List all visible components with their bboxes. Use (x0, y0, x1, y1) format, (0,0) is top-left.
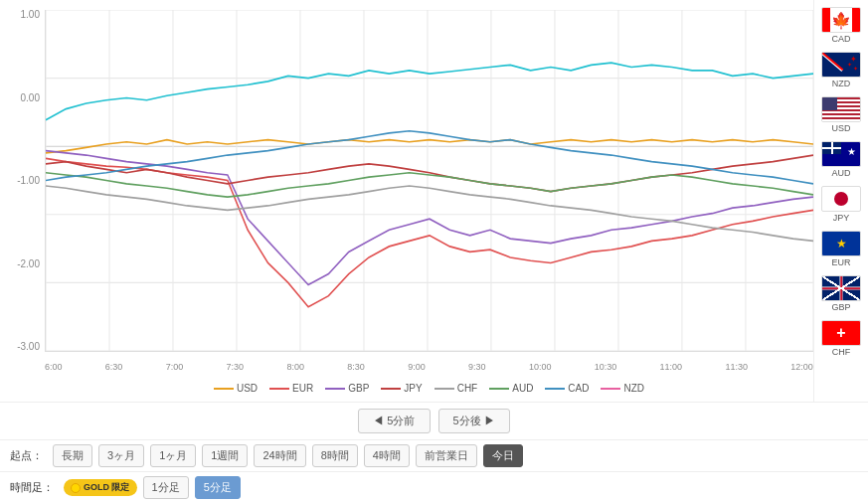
legend-text-cad: CAD (568, 383, 589, 394)
legend-cad: CAD (545, 383, 589, 394)
legend-gbp: GBP (325, 383, 369, 394)
flag-box-cad: 🍁 (821, 7, 861, 33)
legend-line-eur (269, 388, 289, 390)
legend-line-chf (434, 388, 454, 390)
flag-label-eur: EUR (831, 257, 850, 267)
time-btn-longterm[interactable]: 長期 (53, 444, 92, 467)
x-label-930: 9:30 (468, 362, 486, 372)
chart-wrapper: 1.00 0.00 -1.00 -2.00 -3.00 (0, 0, 813, 402)
legend-line-cad (545, 388, 565, 390)
flag-usd[interactable]: USD (817, 94, 865, 135)
x-axis: 6:00 6:30 7:00 7:30 8:00 8:30 9:00 9:30 … (45, 362, 813, 372)
y-label-5: -3.00 (17, 342, 40, 352)
time-btn-4h[interactable]: 4時間 (364, 444, 410, 467)
flag-label-chf: CHF (832, 347, 851, 357)
legend-text-gbp: GBP (348, 383, 369, 394)
x-label-600: 6:00 (45, 362, 63, 372)
y-label-4: -2.00 (17, 259, 40, 269)
x-label-1000: 10:00 (529, 362, 552, 372)
flag-jpy[interactable]: JPY (817, 184, 865, 225)
flag-nzd[interactable]: ✦ ✦ ✦ NZD (817, 50, 865, 90)
time-btn-24h[interactable]: 24時間 (254, 444, 305, 467)
flag-chf[interactable]: + CHF (817, 318, 865, 359)
x-label-1100: 11:00 (660, 362, 683, 372)
legend-jpy: JPY (381, 383, 422, 394)
legend-usd: USD (214, 383, 258, 394)
gold-text: GOLD 限定 (84, 481, 130, 494)
legend-line-nzd (601, 388, 620, 390)
flag-box-nzd: ✦ ✦ ✦ (821, 52, 861, 78)
flag-box-jpy (821, 186, 861, 212)
chart-legend: USD EUR GBP JPY CHF (45, 383, 813, 394)
flag-box-eur: ★ (821, 231, 861, 256)
timeframe-label: 時間足： (10, 480, 54, 495)
flag-label-gbp: GBP (831, 302, 850, 312)
time-btn-3months[interactable]: 3ヶ月 (98, 444, 144, 467)
flag-box-gbp (821, 275, 861, 301)
legend-line-aud (489, 388, 509, 390)
legend-text-eur: EUR (292, 383, 313, 394)
time-btn-1month[interactable]: 1ヶ月 (150, 444, 196, 467)
prev-button[interactable]: ◀ 5分前 (358, 409, 430, 433)
x-label-730: 7:30 (227, 362, 245, 372)
flag-label-cad: CAD (831, 34, 850, 44)
legend-nzd: NZD (601, 383, 644, 394)
y-label-3: -1.00 (17, 176, 40, 186)
legend-text-nzd: NZD (623, 383, 644, 394)
x-label-900: 9:00 (408, 362, 426, 372)
flag-box-usd (821, 96, 861, 122)
legend-text-aud: AUD (512, 383, 533, 394)
legend-text-usd: USD (237, 383, 258, 394)
legend-text-chf: CHF (457, 383, 478, 394)
time-btn-today[interactable]: 今日 (483, 444, 523, 467)
timeframe-btn-1min[interactable]: 1分足 (143, 476, 189, 499)
legend-aud: AUD (489, 383, 533, 394)
x-label-700: 7:00 (166, 362, 184, 372)
flag-label-usd: USD (831, 123, 850, 133)
legend-line-jpy (381, 388, 401, 390)
flag-cad[interactable]: 🍁 CAD (817, 5, 865, 46)
flag-sidebar: 🍁 CAD ✦ ✦ ✦ NZD (813, 0, 868, 402)
timeframe-btn-5min[interactable]: 5分足 (195, 476, 241, 499)
gold-icon (71, 483, 81, 493)
flag-label-nzd: NZD (832, 79, 851, 88)
x-label-1200: 12:00 (790, 362, 813, 372)
y-label-1: 1.00 (21, 10, 40, 20)
time-btn-8h[interactable]: 8時間 (312, 444, 358, 467)
chart-area: 1.00 0.00 -1.00 -2.00 -3.00 (0, 0, 868, 402)
flag-aud[interactable]: ★ AUD (817, 139, 865, 180)
legend-line-usd (214, 388, 234, 390)
time-range-bar: 起点： 長期 3ヶ月 1ヶ月 1週間 24時間 8時間 4時間 前営業日 今日 (0, 439, 868, 471)
legend-eur: EUR (269, 383, 313, 394)
x-label-1030: 10:30 (595, 362, 617, 372)
y-label-2: 0.00 (21, 93, 40, 103)
flag-box-chf: + (821, 320, 861, 346)
time-range-label: 起点： (10, 448, 43, 463)
x-label-1130: 11:30 (725, 362, 748, 372)
x-label-800: 8:00 (286, 362, 304, 372)
flag-box-aud: ★ (821, 141, 861, 167)
legend-chf: CHF (434, 383, 478, 394)
time-btn-1week[interactable]: 1週間 (202, 444, 248, 467)
x-label-830: 8:30 (347, 362, 365, 372)
flag-gbp[interactable]: GBP (817, 273, 865, 314)
flag-eur[interactable]: ★ EUR (817, 229, 865, 269)
flag-label-aud: AUD (831, 168, 850, 178)
navigation-bar: ◀ 5分前 5分後 ▶ (0, 402, 868, 439)
time-btn-prevday[interactable]: 前営業日 (416, 444, 477, 467)
chart-svg (45, 10, 813, 352)
next-button[interactable]: 5分後 ▶ (438, 409, 510, 433)
flag-label-jpy: JPY (833, 213, 850, 223)
legend-text-jpy: JPY (404, 383, 422, 394)
gold-badge: GOLD 限定 (64, 479, 137, 496)
y-axis: 1.00 0.00 -1.00 -2.00 -3.00 (0, 10, 45, 352)
legend-line-gbp (325, 388, 345, 390)
x-label-630: 6:30 (105, 362, 123, 372)
main-container: 1.00 0.00 -1.00 -2.00 -3.00 (0, 0, 868, 503)
timeframe-bar: 時間足： GOLD 限定 1分足 5分足 (0, 471, 868, 503)
